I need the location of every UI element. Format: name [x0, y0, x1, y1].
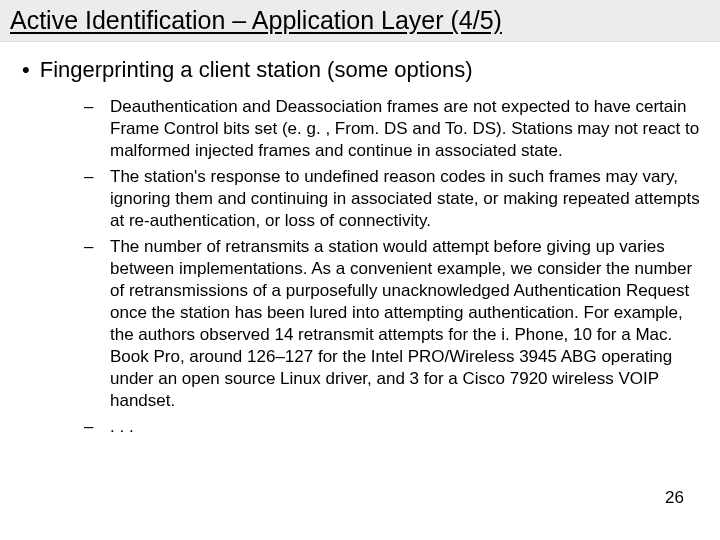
sub-bullet-text: Deauthentication and Deassociation frame… [110, 96, 702, 162]
sub-bullet-text: The station's response to undefined reas… [110, 166, 702, 232]
sub-bullet: – The station's response to undefined re… [84, 166, 702, 232]
bullet-level1: • Fingerprinting a client station (some … [22, 56, 702, 84]
title-bar: Active Identification – Application Laye… [0, 0, 720, 42]
sub-bullet-text: The number of retransmits a station woul… [110, 236, 702, 412]
sub-bullet: – . . . [84, 416, 702, 438]
dash-icon: – [84, 96, 110, 118]
dash-icon: – [84, 166, 110, 188]
page-number: 26 [665, 488, 684, 508]
dash-icon: – [84, 416, 110, 438]
bullet-text: Fingerprinting a client station (some op… [40, 56, 473, 84]
slide-title: Active Identification – Application Laye… [10, 6, 710, 35]
sub-bullet-text: . . . [110, 416, 134, 438]
dash-icon: – [84, 236, 110, 258]
bullet-dot-icon: • [22, 56, 30, 84]
slide: Active Identification – Application Laye… [0, 0, 720, 540]
sub-bullet: – The number of retransmits a station wo… [84, 236, 702, 412]
content-area: • Fingerprinting a client station (some … [0, 42, 720, 438]
sub-bullet: – Deauthentication and Deassociation fra… [84, 96, 702, 162]
sub-bullet-list: – Deauthentication and Deassociation fra… [22, 92, 702, 438]
